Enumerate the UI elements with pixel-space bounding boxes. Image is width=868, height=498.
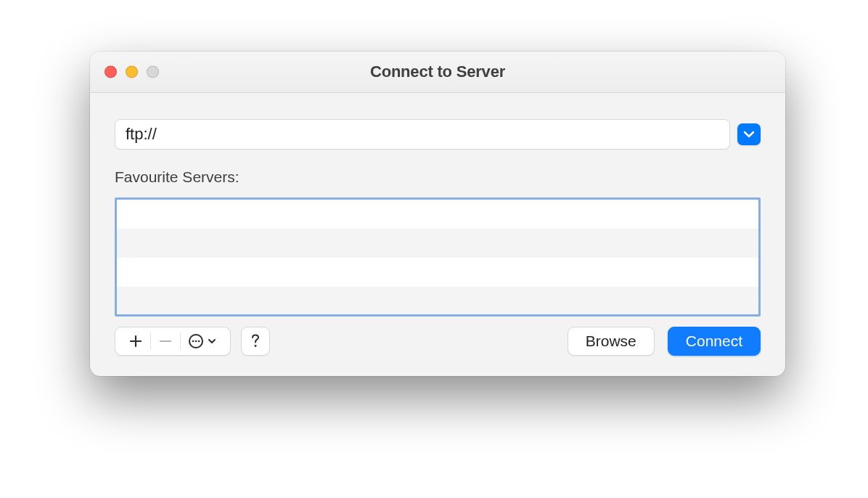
svg-point-1 [192, 340, 195, 343]
traffic-lights [105, 66, 159, 78]
add-favourite-button[interactable] [121, 327, 150, 355]
bottom-toolbar: Browse Connect [115, 327, 761, 356]
zoom-window-button[interactable] [147, 66, 159, 78]
svg-point-4 [255, 345, 257, 347]
server-address-input[interactable] [115, 119, 730, 150]
options-menu-button[interactable] [181, 327, 224, 355]
list-actions-group [115, 327, 231, 356]
list-row [117, 258, 758, 287]
question-icon [250, 334, 261, 348]
minus-icon [158, 334, 173, 348]
svg-point-3 [198, 340, 200, 343]
minimize-window-button[interactable] [126, 66, 138, 78]
connect-button-label: Connect [686, 332, 742, 350]
list-row [117, 287, 758, 316]
titlebar: Connect to Server [90, 52, 785, 93]
plus-icon [128, 334, 143, 348]
svg-point-2 [195, 340, 197, 343]
favourite-servers-list[interactable] [115, 197, 761, 317]
connect-button[interactable]: Connect [668, 327, 761, 356]
chevron-down-icon [207, 336, 217, 346]
window-title: Connect to Server [90, 62, 785, 81]
chevron-down-icon [743, 131, 755, 138]
browse-button-label: Browse [586, 332, 636, 350]
window-body: Favourite Servers: [90, 93, 785, 376]
address-row [115, 119, 761, 150]
remove-favourite-button[interactable] [151, 327, 180, 355]
browse-button[interactable]: Browse [568, 327, 655, 356]
help-button[interactable] [241, 327, 270, 356]
connect-to-server-window: Connect to Server Favourite Servers: [90, 52, 785, 376]
recent-servers-dropdown[interactable] [737, 123, 761, 145]
ellipsis-circle-icon [188, 333, 204, 349]
close-window-button[interactable] [105, 66, 117, 78]
favourite-servers-label: Favourite Servers: [115, 168, 761, 186]
list-row [117, 200, 758, 229]
list-row [117, 229, 758, 258]
